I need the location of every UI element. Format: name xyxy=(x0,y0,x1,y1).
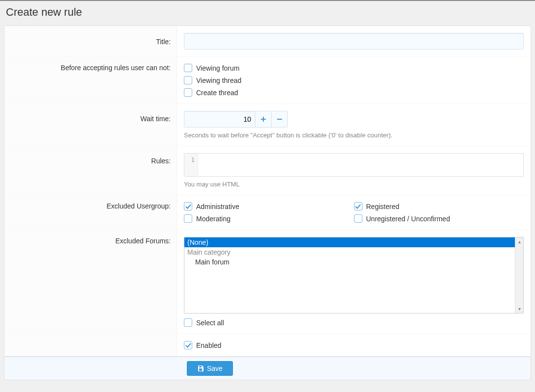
scroll-down-icon[interactable]: ▾ xyxy=(515,305,523,313)
rules-gutter: 1 xyxy=(184,154,198,176)
checkbox-create-thread[interactable] xyxy=(184,88,192,97)
checkbox-enabled[interactable] xyxy=(184,341,192,349)
forum-option-none[interactable]: (None) xyxy=(184,237,515,247)
scroll-up-icon[interactable]: ▴ xyxy=(515,237,523,246)
minus-icon xyxy=(277,116,282,122)
title-input[interactable] xyxy=(184,33,524,50)
wait-time-increment-button[interactable] xyxy=(255,111,272,128)
checkbox-select-all[interactable] xyxy=(184,318,192,327)
checkbox-label-unregistered[interactable]: Unregistered / Unconfirmed xyxy=(366,215,450,223)
label-enabled-empty xyxy=(4,334,177,356)
checkbox-registered[interactable] xyxy=(354,202,362,210)
label-before-accept: Before accepting rules user can not: xyxy=(4,57,177,104)
wait-time-input[interactable] xyxy=(184,111,255,128)
checkbox-moderating[interactable] xyxy=(184,214,192,223)
save-button-label: Save xyxy=(207,365,223,372)
form-panel: Title: Before accepting rules user can n… xyxy=(4,26,531,357)
label-excluded-forums: Excluded Forums: xyxy=(4,230,177,334)
checkbox-label-create-thread[interactable]: Create thread xyxy=(196,89,238,97)
wait-time-help: Seconds to wait before "Accept" button i… xyxy=(184,131,524,139)
checkbox-unregistered[interactable] xyxy=(354,214,362,223)
forum-option-main-category: Main category xyxy=(184,247,515,257)
checkbox-viewing-forum[interactable] xyxy=(184,64,192,72)
label-excluded-usergroup: Excluded Usergroup: xyxy=(4,195,177,230)
checkbox-label-registered[interactable]: Registered xyxy=(366,203,400,210)
rules-editor: 1 xyxy=(184,153,524,177)
save-button[interactable]: Save xyxy=(187,361,233,376)
forum-option-main-forum[interactable]: Main forum xyxy=(184,257,515,267)
label-rules: Rules: xyxy=(4,146,177,195)
checkbox-label-moderating[interactable]: Moderating xyxy=(196,215,230,223)
checkbox-label-select-all[interactable]: Select all xyxy=(196,319,224,327)
footer-bar: Save xyxy=(4,357,531,380)
page-title: Create new rule xyxy=(0,1,535,26)
label-wait-time: Wait time: xyxy=(4,104,177,146)
plus-icon xyxy=(260,116,266,122)
save-icon xyxy=(197,365,204,372)
label-title: Title: xyxy=(4,26,177,56)
checkbox-label-viewing-thread[interactable]: Viewing thread xyxy=(196,77,241,84)
checkbox-label-enabled[interactable]: Enabled xyxy=(196,341,221,349)
listbox-scrollbar[interactable]: ▴ ▾ xyxy=(515,237,523,313)
checkbox-label-administrative[interactable]: Administrative xyxy=(196,203,239,210)
excluded-forums-listbox[interactable]: (None) Main category Main forum xyxy=(184,237,515,313)
checkbox-label-viewing-forum[interactable]: Viewing forum xyxy=(196,64,239,72)
rules-help: You may use HTML xyxy=(184,181,524,188)
checkbox-administrative[interactable] xyxy=(184,202,192,210)
checkbox-viewing-thread[interactable] xyxy=(184,76,192,84)
wait-time-decrement-button[interactable] xyxy=(271,111,288,128)
svg-rect-0 xyxy=(277,119,282,120)
rules-textarea[interactable] xyxy=(198,154,523,176)
